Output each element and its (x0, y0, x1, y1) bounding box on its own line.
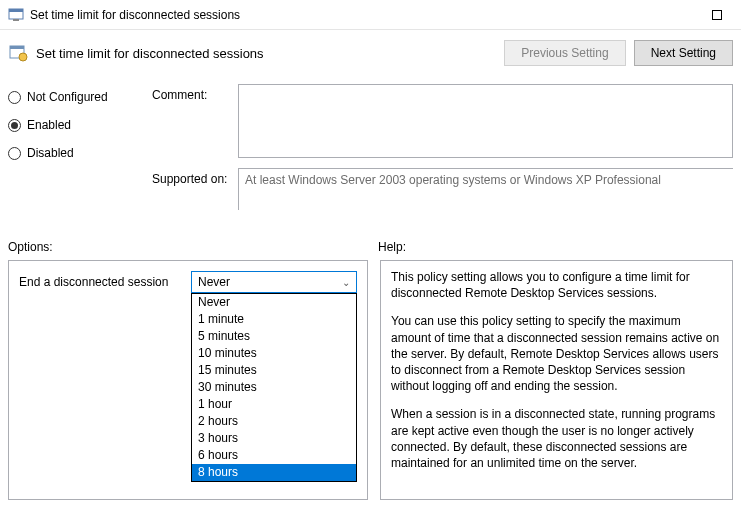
dropdown-item[interactable]: 6 hours (192, 447, 356, 464)
dropdown-item[interactable]: 1 hour (192, 396, 356, 413)
dropdown-item[interactable]: 8 hours (192, 464, 356, 481)
comment-input[interactable] (238, 84, 733, 158)
select-value: Never (198, 275, 230, 289)
dropdown-item[interactable]: Never (192, 294, 356, 311)
next-setting-button[interactable]: Next Setting (634, 40, 733, 66)
svg-rect-5 (10, 46, 24, 49)
radio-icon (8, 91, 21, 104)
radio-label: Disabled (27, 146, 74, 160)
dropdown-item[interactable]: 30 minutes (192, 379, 356, 396)
svg-rect-1 (9, 9, 23, 12)
window-title: Set time limit for disconnected sessions (30, 8, 694, 22)
dropdown-item[interactable]: 2 hours (192, 413, 356, 430)
policy-title: Set time limit for disconnected sessions (36, 46, 496, 61)
dropdown-item[interactable]: 3 hours (192, 430, 356, 447)
help-paragraph: When a session is in a disconnected stat… (391, 406, 722, 471)
radio-not-configured[interactable]: Not Configured (8, 90, 140, 104)
dropdown-item[interactable]: 15 minutes (192, 362, 356, 379)
end-session-select[interactable]: Never ⌄ Never1 minute5 minutes10 minutes… (191, 271, 357, 293)
svg-rect-2 (13, 19, 19, 21)
options-section-label: Options: (8, 240, 378, 254)
header: Set time limit for disconnected sessions… (0, 30, 741, 84)
supported-on-label: Supported on: (152, 168, 238, 210)
help-section-label: Help: (378, 240, 406, 254)
svg-rect-3 (712, 10, 721, 19)
radio-icon (8, 119, 21, 132)
chevron-down-icon: ⌄ (342, 277, 350, 288)
radio-icon (8, 147, 21, 160)
end-session-label: End a disconnected session (19, 275, 191, 289)
radio-label: Enabled (27, 118, 71, 132)
radio-label: Not Configured (27, 90, 108, 104)
radio-enabled[interactable]: Enabled (8, 118, 140, 132)
help-paragraph: You can use this policy setting to speci… (391, 313, 722, 394)
dropdown-item[interactable]: 1 minute (192, 311, 356, 328)
radio-disabled[interactable]: Disabled (8, 146, 140, 160)
supported-on-value: At least Windows Server 2003 operating s… (238, 168, 733, 210)
policy-icon (8, 43, 28, 63)
dropdown-list[interactable]: Never1 minute5 minutes10 minutes15 minut… (191, 293, 357, 482)
svg-point-6 (19, 53, 27, 61)
help-paragraph: This policy setting allows you to config… (391, 269, 722, 301)
titlebar: Set time limit for disconnected sessions (0, 0, 741, 30)
maximize-button[interactable] (694, 0, 739, 30)
options-panel: End a disconnected session Never ⌄ Never… (8, 260, 368, 500)
comment-label: Comment: (152, 84, 238, 158)
dropdown-item[interactable]: 10 minutes (192, 345, 356, 362)
help-panel: This policy setting allows you to config… (380, 260, 733, 500)
previous-setting-button[interactable]: Previous Setting (504, 40, 625, 66)
app-icon (8, 7, 24, 23)
dropdown-item[interactable]: 5 minutes (192, 328, 356, 345)
state-radios: Not Configured Enabled Disabled (8, 84, 140, 220)
